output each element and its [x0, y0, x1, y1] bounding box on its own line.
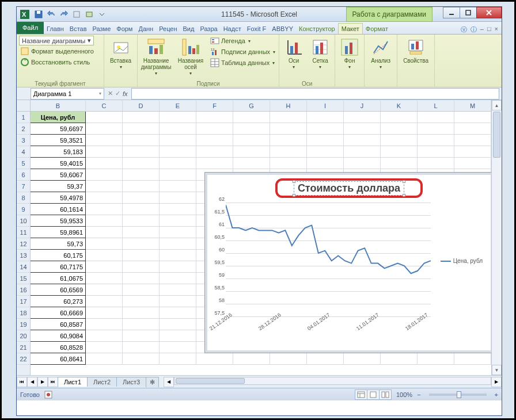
cell[interactable] [418, 158, 454, 169]
cell[interactable] [270, 135, 307, 146]
cell[interactable] [307, 123, 344, 135]
cell[interactable] [160, 135, 196, 146]
cell[interactable] [160, 330, 196, 342]
tab-nav-last-icon[interactable]: ⏭ [48, 377, 58, 387]
cell[interactable] [307, 158, 344, 169]
hscroll-right-icon[interactable]: ▶ [491, 377, 502, 387]
cell[interactable] [344, 146, 381, 158]
cell[interactable] [86, 123, 123, 135]
tab-addins[interactable]: Надст [221, 24, 244, 34]
view-normal-button[interactable] [355, 390, 367, 400]
tab-pagelayout[interactable]: Разме [90, 24, 114, 34]
cell[interactable] [196, 123, 233, 135]
cell[interactable] [381, 135, 418, 146]
chart-element-selector[interactable]: Название диаграммы▾ [19, 36, 94, 45]
view-pagebreak-button[interactable] [379, 390, 392, 400]
cell[interactable]: 60,273 [31, 296, 86, 307]
cell[interactable] [160, 342, 196, 353]
cell[interactable] [123, 284, 160, 296]
tab-chart-design[interactable]: Конструктор [296, 24, 338, 34]
cell[interactable] [160, 250, 196, 261]
cell[interactable]: 61,0675 [31, 273, 86, 284]
row-header[interactable]: 17 [17, 296, 30, 307]
doc-max-icon[interactable]: □ [487, 25, 491, 34]
qat-customize-icon[interactable] [96, 9, 108, 20]
cell[interactable] [454, 158, 491, 169]
cell[interactable] [123, 158, 160, 169]
ribbon-minimize-icon[interactable]: ⓥ [461, 25, 467, 34]
row-header[interactable]: 22 [17, 353, 30, 365]
cell[interactable]: Цена, рубл [31, 112, 86, 123]
cell[interactable]: 59,4978 [31, 192, 86, 204]
cell[interactable] [160, 273, 196, 284]
cell[interactable] [123, 112, 160, 123]
cell[interactable] [86, 192, 123, 204]
row-header[interactable]: 3 [17, 135, 30, 146]
cell[interactable] [86, 146, 123, 158]
scroll-thumb[interactable] [493, 112, 500, 158]
cancel-formula-icon[interactable]: ✕ [108, 90, 113, 97]
cell[interactable] [123, 215, 160, 227]
cell[interactable]: 59,6067 [31, 169, 86, 181]
save-icon[interactable] [33, 9, 44, 20]
row-header[interactable]: 5 [17, 158, 30, 169]
col-header[interactable]: E [160, 100, 196, 111]
cell[interactable] [344, 112, 381, 123]
redo-icon[interactable] [58, 9, 70, 20]
horizontal-scrollbar[interactable]: ◀ ▶ [164, 377, 502, 387]
zoom-in-button[interactable]: + [495, 391, 498, 398]
cell[interactable] [160, 192, 196, 204]
col-header[interactable]: J [344, 100, 381, 111]
cell[interactable] [123, 227, 160, 238]
tab-home[interactable]: Главн [44, 24, 67, 34]
tab-nav-next-icon[interactable]: ▶ [37, 377, 48, 387]
cell[interactable] [454, 123, 491, 135]
row-header[interactable]: 11 [17, 227, 30, 238]
tab-foxit[interactable]: Foxit F [244, 24, 270, 34]
row-header[interactable]: 16 [17, 284, 30, 296]
zoom-slider[interactable] [429, 394, 487, 396]
cell[interactable] [160, 146, 196, 158]
gridlines-button[interactable]: Сетка▾ [308, 36, 332, 70]
cell[interactable] [233, 135, 270, 146]
cell[interactable]: 59,37 [31, 181, 86, 192]
cell[interactable] [196, 146, 233, 158]
tab-data[interactable]: Данн [135, 24, 156, 34]
cell[interactable]: 60,6669 [31, 307, 86, 319]
col-header[interactable]: F [196, 100, 233, 111]
cell[interactable] [160, 181, 196, 192]
embedded-chart[interactable]: Стоимость доллара 57,55858,55959,56060,5… [204, 172, 491, 353]
row-header[interactable]: 4 [17, 146, 30, 158]
doc-close-icon[interactable]: × [495, 25, 498, 34]
row-header[interactable]: 13 [17, 250, 30, 261]
cell[interactable] [123, 204, 160, 215]
qat-extra-icon[interactable] [71, 9, 82, 20]
row-header[interactable]: 14 [17, 261, 30, 273]
cell[interactable] [160, 158, 196, 169]
format-selection-button[interactable]: Формат выделенного [19, 46, 101, 56]
cell[interactable] [418, 135, 454, 146]
cell[interactable] [86, 261, 123, 273]
cell[interactable] [86, 284, 123, 296]
cell[interactable] [160, 353, 196, 365]
cell[interactable] [123, 238, 160, 250]
zoom-level[interactable]: 100% [396, 391, 412, 398]
cell[interactable] [160, 123, 196, 135]
cell[interactable] [86, 296, 123, 307]
cell[interactable] [344, 123, 381, 135]
cell[interactable] [123, 123, 160, 135]
hscroll-left-icon[interactable]: ◀ [164, 377, 174, 387]
row-header[interactable]: 18 [17, 307, 30, 319]
cell[interactable] [123, 273, 160, 284]
legend-button[interactable]: Легенда▾ [209, 36, 276, 46]
row-header[interactable]: 6 [17, 169, 30, 181]
cell[interactable]: 60,1614 [31, 204, 86, 215]
select-all-corner[interactable] [17, 100, 30, 112]
cell[interactable] [270, 146, 307, 158]
zoom-out-button[interactable]: − [417, 391, 420, 398]
cell[interactable] [196, 158, 233, 169]
col-header[interactable]: M [454, 100, 491, 111]
formula-bar[interactable] [131, 88, 499, 100]
cell[interactable] [160, 284, 196, 296]
cell[interactable] [86, 158, 123, 169]
